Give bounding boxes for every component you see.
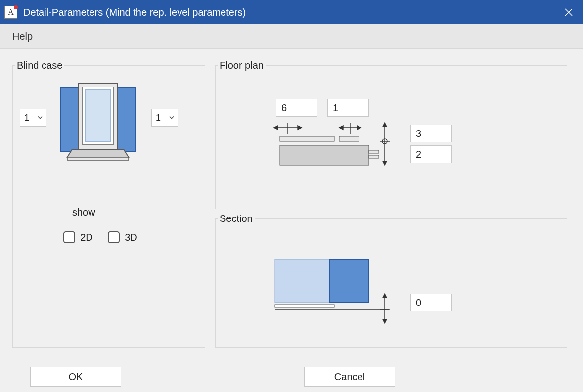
group-blind-case: Blind case 1 1: [12, 60, 205, 348]
menu-help[interactable]: Help: [12, 31, 33, 42]
group-section: Section 0: [215, 213, 567, 348]
button-row: OK Cancel: [0, 367, 583, 387]
checkbox-2d-wrapper[interactable]: 2D: [63, 231, 93, 243]
svg-rect-28: [329, 259, 369, 303]
blind-right-select-value: 1: [156, 113, 161, 123]
section-val-input[interactable]: 0: [410, 294, 452, 311]
svg-rect-6: [85, 90, 111, 141]
svg-marker-23: [383, 123, 387, 127]
dialog-content: Blind case 1 1: [0, 49, 583, 392]
checkbox-2d[interactable]: [63, 231, 75, 243]
svg-rect-18: [339, 136, 359, 141]
floor-val-c-input[interactable]: 3: [410, 125, 452, 142]
svg-marker-14: [339, 126, 343, 130]
blind-left-select-value: 1: [24, 113, 29, 123]
group-section-legend: Section: [218, 213, 255, 224]
floor-val-b-value: 1: [333, 102, 338, 114]
floor-val-a-value: 6: [281, 102, 287, 114]
show-label: show: [72, 207, 95, 218]
svg-rect-21: [369, 155, 379, 158]
svg-marker-32: [383, 294, 387, 298]
app-icon: A: [4, 6, 17, 19]
blind-right-select[interactable]: 1: [151, 109, 178, 127]
window-title: Detail-Parameters (Mind the rep. level p…: [23, 7, 555, 18]
close-icon: [565, 8, 573, 16]
svg-marker-33: [383, 319, 387, 323]
titlebar: A Detail-Parameters (Mind the rep. level…: [0, 0, 583, 24]
svg-rect-3: [118, 88, 135, 151]
window-illustration-icon: [53, 79, 142, 163]
svg-marker-15: [357, 126, 361, 130]
svg-rect-8: [67, 157, 129, 160]
svg-marker-10: [274, 126, 278, 130]
menubar: Help: [0, 24, 583, 49]
floor-val-a-input[interactable]: 6: [276, 99, 317, 117]
svg-rect-2: [60, 88, 78, 151]
section-illustration-icon: [270, 254, 404, 328]
svg-marker-24: [383, 161, 387, 165]
checkbox-3d-label: 3D: [125, 232, 137, 243]
floor-val-b-input[interactable]: 1: [327, 99, 369, 117]
group-floor-plan: Floor plan 6 1 3 2: [215, 60, 567, 209]
floor-val-d-input[interactable]: 2: [410, 145, 452, 163]
ok-button-label: OK: [69, 371, 83, 383]
checkbox-3d[interactable]: [108, 231, 120, 243]
group-floor-plan-legend: Floor plan: [218, 60, 266, 71]
svg-rect-19: [280, 145, 369, 165]
svg-rect-20: [369, 150, 379, 153]
svg-rect-27: [275, 259, 329, 303]
section-val-value: 0: [416, 297, 421, 308]
cancel-button-label: Cancel: [334, 371, 365, 383]
dialog-window: A Detail-Parameters (Mind the rep. level…: [0, 0, 583, 392]
cancel-button[interactable]: Cancel: [304, 367, 395, 387]
close-button[interactable]: [555, 0, 583, 24]
floor-val-d-value: 2: [416, 149, 421, 160]
checkbox-3d-wrapper[interactable]: 3D: [108, 231, 137, 243]
svg-marker-11: [298, 126, 302, 130]
svg-rect-29: [275, 305, 334, 307]
group-blind-case-legend: Blind case: [15, 60, 64, 71]
svg-rect-17: [280, 136, 334, 141]
chevron-down-icon: [169, 113, 175, 123]
checkbox-2d-label: 2D: [80, 232, 93, 243]
svg-marker-7: [67, 149, 129, 157]
chevron-down-icon: [37, 113, 43, 123]
blind-left-select[interactable]: 1: [20, 109, 46, 127]
floor-plan-illustration-icon: [270, 121, 404, 180]
ok-button[interactable]: OK: [30, 367, 121, 387]
floor-val-c-value: 3: [416, 128, 421, 139]
